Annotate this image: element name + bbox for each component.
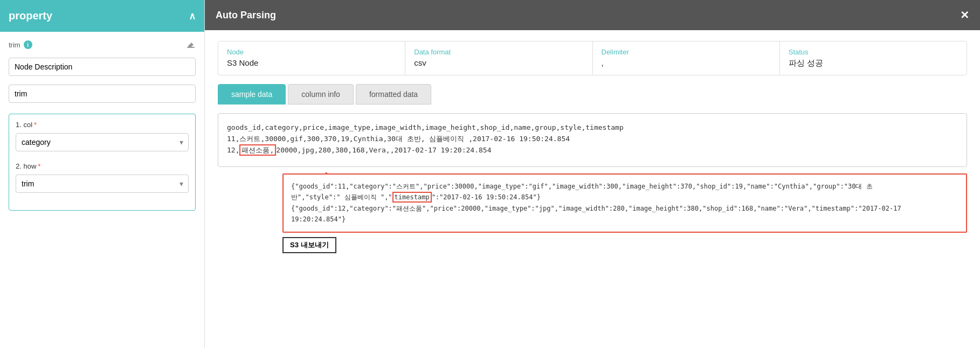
node-value: S3 Node — [227, 58, 396, 67]
export-label: S3 내보내기 — [282, 237, 336, 253]
status-label: Status — [789, 48, 958, 56]
json-line-1: {"goods_id":11,"category":"스커트","price":… — [291, 181, 958, 192]
data-format-cell: Data format csv — [405, 41, 592, 75]
trim-info-icon[interactable]: i — [24, 40, 32, 49]
modal-title: Auto Parsing — [216, 10, 276, 21]
edit-icon-button[interactable] — [186, 40, 196, 52]
json-result-wrapper: {"goods_id":11,"category":"스커트","price":… — [250, 173, 967, 253]
left-panel: property ∧ trim i Node Description — [0, 0, 205, 348]
json-line-2b: 19:20:24.854"} — [291, 214, 958, 225]
info-row: Node S3 Node Data format csv Delimiter ,… — [218, 41, 967, 75]
data-format-label: Data format — [414, 48, 583, 56]
property-title: property — [9, 10, 52, 22]
tab-column-info[interactable]: column info — [288, 84, 354, 105]
params-box: 1. col* category price image_type ▾ 2. h… — [9, 114, 196, 211]
json-line-2: {"goods_id":12,"category":"패션소품","price"… — [291, 203, 958, 214]
sample-data-area: goods_id,category,price,image_type,image… — [218, 113, 967, 167]
trim-section-label: trim i — [9, 40, 32, 49]
json-line-1b: 반","style":" 심플베이직 ","timestamp":"2017-0… — [291, 192, 958, 203]
node-info-cell: Node S3 Node — [218, 41, 405, 75]
left-panel-header: property ∧ — [0, 0, 204, 32]
node-description-input[interactable] — [9, 85, 196, 103]
timestamp-highlight-1: timestamp — [392, 192, 432, 203]
how-select-wrapper: trim ltrim rtrim ▾ — [16, 175, 189, 193]
sample-line-3: 12,패션소품,20000,jpg,280,380,168,Vera,,2017… — [227, 145, 958, 156]
left-panel-body: trim i Node Description 1. col* — [0, 32, 204, 348]
node-label: Node — [227, 48, 396, 56]
modal-header: Auto Parsing ✕ — [205, 0, 980, 30]
collapse-chevron[interactable]: ∧ — [189, 10, 196, 22]
col-select[interactable]: category price image_type — [16, 133, 189, 151]
right-panel: Auto Parsing ✕ Node S3 Node Data format … — [205, 0, 980, 348]
delimiter-cell: Delimiter , — [593, 41, 780, 75]
sample-line-2: 11,스커트,30000,gif,300,370,19,Cynthia,30대 … — [227, 134, 958, 145]
node-description-label: Node Description — [9, 58, 196, 76]
delimiter-label: Delimiter — [602, 48, 771, 56]
col-field-label: 1. col* — [16, 121, 189, 129]
delimiter-value: , — [602, 58, 771, 67]
modal-close-button[interactable]: ✕ — [960, 9, 969, 22]
status-value: 파싱 성공 — [789, 58, 958, 68]
status-cell: Status 파싱 성공 — [780, 41, 967, 75]
how-select[interactable]: trim ltrim rtrim — [16, 175, 189, 193]
tab-sample-data[interactable]: sample data — [218, 84, 286, 105]
sample-result-container: goods_id,category,price,image_type,image… — [218, 113, 967, 253]
json-result-area: {"goods_id":11,"category":"스커트","price":… — [282, 173, 967, 233]
sample-line-1: goods_id,category,price,image_type,image… — [227, 122, 958, 134]
highlight-category: 패션소품, — [239, 144, 276, 156]
how-field-label: 2. how* — [16, 162, 189, 170]
modal-body: Node S3 Node Data format csv Delimiter ,… — [205, 30, 980, 348]
tab-formatted-data[interactable]: formatted data — [356, 84, 431, 105]
data-format-value: csv — [414, 58, 583, 67]
col-select-wrapper: category price image_type ▾ — [16, 133, 189, 151]
tab-bar: sample data column info formatted data — [218, 84, 967, 105]
